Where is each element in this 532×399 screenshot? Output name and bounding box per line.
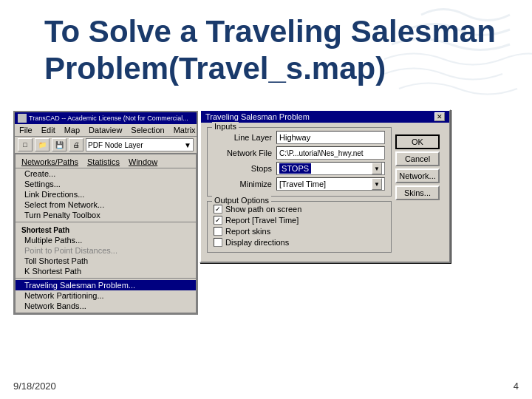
network-file-value: C:\P...utorial\Nes_hwy.net bbox=[276, 146, 385, 160]
transcad-window: TransCAD -- Academic License (Not for Co… bbox=[13, 111, 198, 315]
tsp-dialog-body: Inputs Line Layer Highway Network File C… bbox=[201, 123, 449, 262]
menu-select-from-network[interactable]: Select from Network... bbox=[16, 200, 196, 210]
toolbar-print-btn[interactable]: 🖨 bbox=[69, 138, 83, 151]
minimize-dropdown-arrow[interactable]: ▼ bbox=[372, 178, 382, 190]
line-layer-text: Highway bbox=[279, 133, 310, 142]
layer-dropdown[interactable]: PDF Node Layer ▼ bbox=[86, 138, 194, 151]
network-file-text: C:\P...utorial\Nes_hwy.net bbox=[279, 149, 364, 157]
menu-edit[interactable]: Edit bbox=[40, 126, 57, 134]
minimize-value: [Travel Time] bbox=[279, 180, 326, 188]
toolbar-save-btn[interactable]: 💾 bbox=[52, 138, 66, 151]
report-travel-checkbox[interactable] bbox=[214, 216, 222, 225]
checkbox-report-skins: Report skins bbox=[214, 227, 385, 236]
menu-toll-shortest[interactable]: Toll Shortest Path bbox=[16, 256, 196, 266]
checkbox-report-travel: Report [Travel Time] bbox=[214, 216, 385, 225]
display-directions-label: Display directions bbox=[225, 238, 289, 247]
ok-button[interactable]: OK bbox=[395, 134, 440, 149]
title-area: To Solve a Traveling Salesman Problem(Tr… bbox=[44, 13, 517, 88]
menu-separator-1 bbox=[16, 222, 196, 222]
menu-turn-penalty[interactable]: Turn Penalty Toolbox bbox=[16, 210, 196, 220]
toolbar-open-btn[interactable]: 📁 bbox=[35, 138, 50, 151]
network-file-label: Network File bbox=[214, 149, 276, 157]
display-directions-checkbox[interactable] bbox=[214, 238, 222, 247]
footer-date: 9/18/2020 bbox=[13, 381, 56, 392]
footer: 9/18/2020 4 bbox=[13, 381, 519, 392]
menu-network-partitioning[interactable]: Network Partitioning... bbox=[16, 290, 196, 301]
output-label: Output Options bbox=[212, 196, 271, 205]
menu-create[interactable]: Create... bbox=[16, 168, 196, 179]
output-section: Output Options Show path on screen Repor… bbox=[207, 201, 392, 253]
minimize-dropdown[interactable]: [Travel Time] ▼ bbox=[276, 177, 385, 191]
title-line1: To Solve a Traveling Salesman bbox=[44, 14, 496, 49]
layer-dropdown-arrow: ▼ bbox=[184, 141, 191, 149]
menu-file[interactable]: File bbox=[18, 126, 34, 134]
menu-statistics[interactable]: Statistics bbox=[87, 157, 120, 166]
tsp-dialog-title: Traveling Salesman Problem bbox=[205, 112, 310, 121]
line-layer-value: Highway bbox=[276, 131, 385, 144]
app-icon bbox=[18, 114, 27, 123]
menu-point-distances: Point to Point Distances... bbox=[16, 245, 196, 256]
checkbox-show-path: Show path on screen bbox=[214, 205, 385, 214]
stops-label: Stops bbox=[214, 164, 276, 173]
network-button[interactable]: Network... bbox=[395, 168, 440, 183]
menu-multiple-paths[interactable]: Multiple Paths... bbox=[16, 235, 196, 245]
tsp-dialog: Traveling Salesman Problem ✕ Inputs Line… bbox=[200, 109, 451, 263]
network-file-row: Network File C:\P...utorial\Nes_hwy.net bbox=[214, 146, 385, 160]
network-menu: Networks/Paths Statistics Window Create.… bbox=[15, 154, 197, 313]
menu-link-directions[interactable]: Link Directions... bbox=[16, 189, 196, 200]
line-layer-row: Line Layer Highway bbox=[214, 131, 385, 144]
menu-networks-paths[interactable]: Networks/Paths bbox=[21, 157, 78, 166]
transcad-toolbar: □ 📁 💾 🖨 PDF Node Layer ▼ bbox=[15, 137, 197, 154]
stops-dropdown[interactable]: STOPS ▼ bbox=[276, 162, 385, 175]
tsp-close-button[interactable]: ✕ bbox=[434, 112, 445, 121]
transcad-titlebar: TransCAD -- Academic License (Not for Co… bbox=[15, 112, 197, 124]
stops-row: Stops STOPS ▼ bbox=[214, 162, 385, 175]
menu-map[interactable]: Map bbox=[63, 126, 81, 134]
inputs-section: Inputs Line Layer Highway Network File C… bbox=[207, 127, 392, 197]
report-skins-label: Report skins bbox=[225, 227, 270, 236]
show-path-checkbox[interactable] bbox=[214, 205, 222, 214]
minimize-row: Minimize [Travel Time] ▼ bbox=[214, 177, 385, 191]
skins-button[interactable]: Skins... bbox=[395, 185, 440, 200]
tsp-dialog-titlebar: Traveling Salesman Problem ✕ bbox=[201, 111, 449, 123]
network-menu-header: Networks/Paths Statistics Window bbox=[16, 156, 196, 168]
menu-selection[interactable]: Selection bbox=[129, 126, 166, 134]
menu-window[interactable]: Window bbox=[129, 157, 157, 166]
menu-network-bands[interactable]: Network Bands... bbox=[16, 301, 196, 311]
title-line2: Problem(Travel_s.map) bbox=[44, 51, 386, 86]
toolbar-new-btn[interactable]: □ bbox=[18, 138, 33, 151]
menu-tsp[interactable]: Traveling Salesman Problem... bbox=[16, 280, 196, 290]
menu-matrix[interactable]: Matrix bbox=[172, 126, 197, 134]
report-travel-label: Report [Travel Time] bbox=[225, 216, 299, 225]
cancel-button[interactable]: Cancel bbox=[395, 151, 440, 166]
stops-dropdown-arrow[interactable]: ▼ bbox=[372, 163, 382, 174]
layer-dropdown-text: PDF Node Layer bbox=[88, 141, 143, 149]
line-layer-label: Line Layer bbox=[214, 133, 276, 142]
menu-k-shortest[interactable]: K Shortest Path bbox=[16, 266, 196, 276]
menu-shortest-path-header: Shortest Path bbox=[16, 224, 196, 235]
footer-page: 4 bbox=[514, 381, 519, 392]
menu-settings[interactable]: Settings... bbox=[16, 179, 196, 189]
stops-value: STOPS bbox=[279, 163, 311, 174]
menu-separator-2 bbox=[16, 278, 196, 279]
transcad-title-text: TransCAD -- Academic License (Not for Co… bbox=[29, 115, 188, 122]
minimize-label: Minimize bbox=[214, 180, 276, 188]
checkbox-display-directions: Display directions bbox=[214, 238, 385, 247]
show-path-label: Show path on screen bbox=[225, 205, 301, 214]
inputs-label: Inputs bbox=[212, 122, 239, 131]
menu-dataview[interactable]: Dataview bbox=[87, 126, 123, 134]
transcad-menubar: File Edit Map Dataview Selection Matrix … bbox=[15, 124, 197, 137]
main-title: To Solve a Traveling Salesman Problem(Tr… bbox=[44, 13, 517, 88]
report-skins-checkbox[interactable] bbox=[214, 227, 222, 236]
